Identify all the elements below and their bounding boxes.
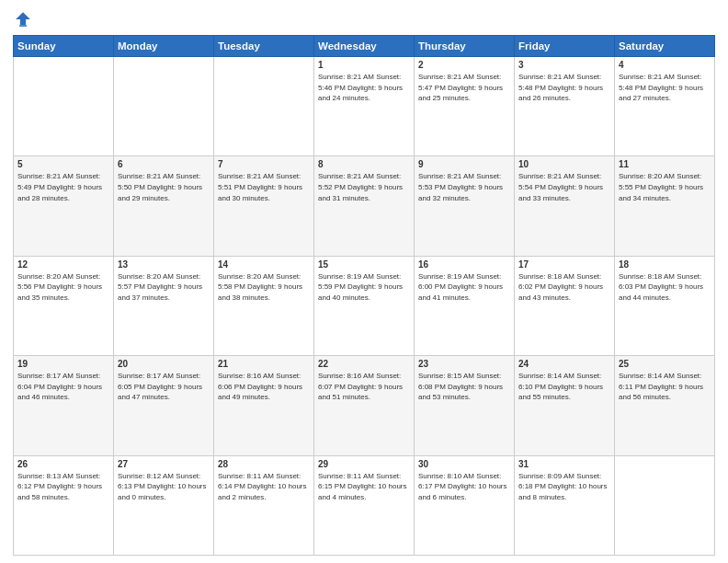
calendar-cell: 14Sunrise: 8:20 AM Sunset: 5:58 PM Dayli… [214,256,314,355]
cell-info: Sunrise: 8:21 AM Sunset: 5:49 PM Dayligh… [17,171,109,203]
calendar-cell: 11Sunrise: 8:20 AM Sunset: 5:55 PM Dayli… [615,156,715,256]
day-number: 6 [118,159,210,169]
cell-info: Sunrise: 8:21 AM Sunset: 5:50 PM Dayligh… [118,171,210,203]
calendar-cell: 28Sunrise: 8:11 AM Sunset: 6:14 PM Dayli… [214,455,314,555]
day-number: 22 [318,359,410,369]
day-number: 26 [17,459,109,469]
calendar-cell: 7Sunrise: 8:21 AM Sunset: 5:51 PM Daylig… [214,156,314,256]
logo-icon [13,9,33,29]
cell-info: Sunrise: 8:09 AM Sunset: 6:18 PM Dayligh… [518,471,610,503]
cell-info: Sunrise: 8:21 AM Sunset: 5:48 PM Dayligh… [619,72,711,104]
calendar-cell: 27Sunrise: 8:12 AM Sunset: 6:13 PM Dayli… [114,455,214,555]
day-number: 24 [518,359,610,369]
day-number: 27 [118,459,210,469]
cell-info: Sunrise: 8:13 AM Sunset: 6:12 PM Dayligh… [17,471,109,503]
calendar-cell: 12Sunrise: 8:20 AM Sunset: 5:56 PM Dayli… [14,256,114,355]
calendar-week-row: 19Sunrise: 8:17 AM Sunset: 6:04 PM Dayli… [14,356,715,455]
day-number: 25 [619,359,711,369]
calendar-week-row: 26Sunrise: 8:13 AM Sunset: 6:12 PM Dayli… [14,455,715,555]
calendar-cell: 20Sunrise: 8:17 AM Sunset: 6:05 PM Dayli… [114,356,214,455]
calendar-cell: 4Sunrise: 8:21 AM Sunset: 5:48 PM Daylig… [615,57,715,156]
calendar-cell: 15Sunrise: 8:19 AM Sunset: 5:59 PM Dayli… [314,256,415,355]
day-number: 2 [418,60,510,70]
cell-info: Sunrise: 8:21 AM Sunset: 5:51 PM Dayligh… [218,171,310,203]
calendar-cell: 22Sunrise: 8:16 AM Sunset: 6:07 PM Dayli… [314,356,415,455]
calendar-cell: 5Sunrise: 8:21 AM Sunset: 5:49 PM Daylig… [14,156,114,256]
calendar-cell [214,57,314,156]
calendar-cell [615,455,715,555]
day-number: 17 [518,259,610,270]
cell-info: Sunrise: 8:21 AM Sunset: 5:46 PM Dayligh… [318,72,410,104]
cell-info: Sunrise: 8:21 AM Sunset: 5:53 PM Dayligh… [418,171,510,203]
logo [13,9,35,29]
day-number: 16 [418,259,510,270]
day-number: 3 [518,60,610,70]
day-header-monday: Monday [114,36,214,57]
day-number: 15 [318,259,410,270]
calendar-cell: 6Sunrise: 8:21 AM Sunset: 5:50 PM Daylig… [114,156,214,256]
calendar-cell: 2Sunrise: 8:21 AM Sunset: 5:47 PM Daylig… [415,57,515,156]
cell-info: Sunrise: 8:21 AM Sunset: 5:54 PM Dayligh… [518,171,610,203]
cell-info: Sunrise: 8:11 AM Sunset: 6:14 PM Dayligh… [218,471,310,503]
calendar-cell: 10Sunrise: 8:21 AM Sunset: 5:54 PM Dayli… [515,156,615,256]
cell-info: Sunrise: 8:10 AM Sunset: 6:17 PM Dayligh… [418,471,510,503]
day-number: 20 [118,359,210,369]
day-header-wednesday: Wednesday [314,36,415,57]
day-number: 28 [218,459,310,469]
day-number: 11 [619,159,711,169]
day-header-tuesday: Tuesday [214,36,314,57]
svg-marker-0 [16,12,30,25]
day-header-thursday: Thursday [415,36,515,57]
day-number: 8 [318,159,410,169]
calendar-cell: 3Sunrise: 8:21 AM Sunset: 5:48 PM Daylig… [515,57,615,156]
day-number: 21 [218,359,310,369]
cell-info: Sunrise: 8:14 AM Sunset: 6:11 PM Dayligh… [619,371,711,403]
calendar-week-row: 1Sunrise: 8:21 AM Sunset: 5:46 PM Daylig… [14,57,715,156]
calendar-header-row: SundayMondayTuesdayWednesdayThursdayFrid… [14,36,715,57]
day-number: 7 [218,159,310,169]
calendar-cell: 26Sunrise: 8:13 AM Sunset: 6:12 PM Dayli… [14,455,114,555]
day-number: 12 [17,259,109,270]
cell-info: Sunrise: 8:17 AM Sunset: 6:05 PM Dayligh… [118,371,210,403]
cell-info: Sunrise: 8:12 AM Sunset: 6:13 PM Dayligh… [118,471,210,503]
cell-info: Sunrise: 8:17 AM Sunset: 6:04 PM Dayligh… [17,371,109,403]
day-header-sunday: Sunday [14,36,114,57]
cell-info: Sunrise: 8:19 AM Sunset: 6:00 PM Dayligh… [418,271,510,304]
day-number: 18 [619,259,711,270]
day-number: 9 [418,159,510,169]
calendar-cell: 29Sunrise: 8:11 AM Sunset: 6:15 PM Dayli… [314,455,415,555]
day-number: 31 [518,459,610,469]
calendar: SundayMondayTuesdayWednesdayThursdayFrid… [13,35,715,556]
day-header-friday: Friday [515,36,615,57]
cell-info: Sunrise: 8:11 AM Sunset: 6:15 PM Dayligh… [318,471,410,503]
calendar-cell: 17Sunrise: 8:18 AM Sunset: 6:02 PM Dayli… [515,256,615,355]
cell-info: Sunrise: 8:16 AM Sunset: 6:07 PM Dayligh… [318,371,410,403]
calendar-cell: 16Sunrise: 8:19 AM Sunset: 6:00 PM Dayli… [415,256,515,355]
calendar-cell [114,57,214,156]
calendar-week-row: 5Sunrise: 8:21 AM Sunset: 5:49 PM Daylig… [14,156,715,256]
calendar-cell: 18Sunrise: 8:18 AM Sunset: 6:03 PM Dayli… [615,256,715,355]
cell-info: Sunrise: 8:16 AM Sunset: 6:06 PM Dayligh… [218,371,310,403]
cell-info: Sunrise: 8:20 AM Sunset: 5:57 PM Dayligh… [118,271,210,304]
cell-info: Sunrise: 8:21 AM Sunset: 5:52 PM Dayligh… [318,171,410,203]
calendar-cell: 19Sunrise: 8:17 AM Sunset: 6:04 PM Dayli… [14,356,114,455]
cell-info: Sunrise: 8:14 AM Sunset: 6:10 PM Dayligh… [518,371,610,403]
cell-info: Sunrise: 8:18 AM Sunset: 6:02 PM Dayligh… [518,271,610,304]
day-number: 30 [418,459,510,469]
day-number: 4 [619,60,711,70]
cell-info: Sunrise: 8:15 AM Sunset: 6:08 PM Dayligh… [418,371,510,403]
cell-info: Sunrise: 8:19 AM Sunset: 5:59 PM Dayligh… [318,271,410,304]
day-number: 23 [418,359,510,369]
day-number: 14 [218,259,310,270]
calendar-cell [14,57,114,156]
day-number: 19 [17,359,109,369]
day-number: 29 [318,459,410,469]
day-header-saturday: Saturday [615,36,715,57]
calendar-cell: 23Sunrise: 8:15 AM Sunset: 6:08 PM Dayli… [415,356,515,455]
cell-info: Sunrise: 8:20 AM Sunset: 5:55 PM Dayligh… [619,171,711,203]
cell-info: Sunrise: 8:20 AM Sunset: 5:58 PM Dayligh… [218,271,310,304]
calendar-cell: 30Sunrise: 8:10 AM Sunset: 6:17 PM Dayli… [415,455,515,555]
calendar-cell: 8Sunrise: 8:21 AM Sunset: 5:52 PM Daylig… [314,156,415,256]
cell-info: Sunrise: 8:21 AM Sunset: 5:48 PM Dayligh… [518,72,610,104]
calendar-cell: 25Sunrise: 8:14 AM Sunset: 6:11 PM Dayli… [615,356,715,455]
